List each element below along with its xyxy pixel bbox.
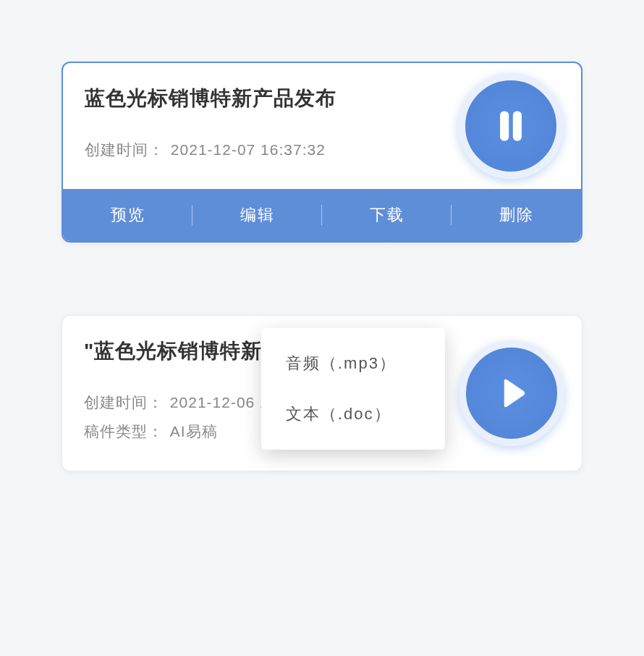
preview-button[interactable]: 预览 [63,189,192,241]
download-label: 下载 [370,204,404,226]
download-dropdown: 音频（.mp3） 文本（.doc） [261,328,445,450]
svg-rect-1 [513,111,522,140]
download-text-option[interactable]: 文本（.doc） [261,389,445,440]
download-button[interactable]: 下载 [322,189,452,241]
content-type-value: AI易稿 [170,421,218,442]
created-time-value: 2021-12-07 16:37:32 [171,141,326,159]
pause-button[interactable] [458,73,564,179]
content-type-label: 稿件类型： [84,421,164,442]
card-body: 蓝色光标销博特新产品发布 创建时间： 2021-12-07 16:37:32 [63,63,581,189]
edit-button[interactable]: 编辑 [192,189,322,241]
dropdown-arrow-icon [377,241,397,243]
svg-rect-0 [500,111,509,140]
created-time-label: 创建时间： [85,140,164,160]
delete-button[interactable]: 删除 [452,189,581,241]
created-time-label: 创建时间： [84,392,164,413]
download-audio-option[interactable]: 音频（.mp3） [261,338,445,389]
card-actions: 预览 编辑 下载 删除 [63,189,581,241]
play-button[interactable] [459,340,564,446]
content-card: 蓝色光标销博特新产品发布 创建时间： 2021-12-07 16:37:32 预… [62,62,582,243]
pause-icon [491,106,531,146]
play-icon [491,373,532,413]
